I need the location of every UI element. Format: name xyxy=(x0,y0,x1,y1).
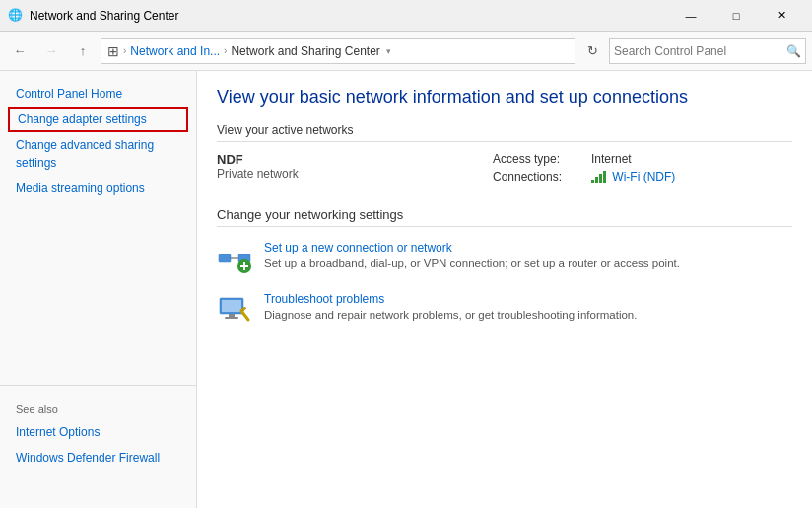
breadcrumb-bar: ⊞ › Network and In... › Network and Shar… xyxy=(101,38,575,64)
close-button[interactable]: ✕ xyxy=(759,0,804,32)
up-button[interactable]: ↑ xyxy=(69,37,97,65)
troubleshoot-icon xyxy=(217,292,252,327)
breadcrumb-current: Network and Sharing Center xyxy=(231,44,379,58)
change-settings-title: Change your networking settings xyxy=(217,207,792,227)
new-connection-link[interactable]: Set up a new connection or network xyxy=(264,241,680,254)
breadcrumb-sep-1: › xyxy=(123,45,126,56)
back-button[interactable]: ← xyxy=(6,37,34,65)
network-name-col: NDF Private network xyxy=(217,152,493,181)
title-bar-controls: — □ ✕ xyxy=(668,0,804,32)
svg-rect-0 xyxy=(219,254,231,262)
search-icon[interactable]: 🔍 xyxy=(786,44,801,58)
connections-row: Connections: Wi-Fi (NDF) xyxy=(493,170,792,183)
svg-rect-9 xyxy=(225,317,238,319)
sidebar-item-control-panel-home[interactable]: Control Panel Home xyxy=(0,81,196,107)
wifi-bar-2 xyxy=(595,177,598,183)
new-connection-icon xyxy=(217,241,252,276)
page-title: View your basic network information and … xyxy=(217,87,792,108)
wifi-signal-icon xyxy=(591,171,606,183)
access-type-value: Internet xyxy=(591,152,632,166)
content-area: View your basic network information and … xyxy=(197,71,812,508)
new-connection-text: Set up a new connection or network Set u… xyxy=(264,241,680,270)
network-info: NDF Private network Access type: Interne… xyxy=(217,152,792,187)
search-input[interactable] xyxy=(614,44,786,58)
access-type-label: Access type: xyxy=(493,152,581,166)
sidebar-item-change-adapter-settings[interactable]: Change adapter settings xyxy=(8,107,188,132)
wifi-bar-1 xyxy=(591,180,594,183)
sidebar-item-internet-options[interactable]: Internet Options xyxy=(0,419,196,445)
connections-label: Connections: xyxy=(493,170,581,183)
sidebar-divider xyxy=(0,385,196,386)
network-access-col: Access type: Internet Connections: Wi-Fi… xyxy=(493,152,792,187)
maximize-button[interactable]: □ xyxy=(713,0,759,32)
new-connection-desc: Set up a broadband, dial-up, or VPN conn… xyxy=(264,257,680,269)
search-box: 🔍 xyxy=(609,38,806,64)
wifi-connection-link[interactable]: Wi-Fi (NDF) xyxy=(612,170,675,183)
title-bar-icon: 🌐 xyxy=(8,8,24,24)
svg-rect-7 xyxy=(222,300,241,312)
svg-line-10 xyxy=(241,311,248,320)
setting-new-connection: Set up a new connection or network Set u… xyxy=(217,241,792,276)
breadcrumb-link-1[interactable]: Network and In... xyxy=(130,44,220,58)
main-layout: Control Panel Home Change adapter settin… xyxy=(0,71,812,508)
sidebar: Control Panel Home Change adapter settin… xyxy=(0,71,197,508)
sidebar-item-windows-defender-firewall[interactable]: Windows Defender Firewall xyxy=(0,445,196,471)
wifi-bar-3 xyxy=(599,174,602,183)
minimize-button[interactable]: — xyxy=(668,0,713,32)
active-networks-title: View your active networks xyxy=(217,123,792,142)
troubleshoot-text: Troubleshoot problems Diagnose and repai… xyxy=(264,292,637,322)
breadcrumb-icon: ⊞ xyxy=(107,43,119,59)
see-also-label: See also xyxy=(0,392,196,419)
svg-rect-8 xyxy=(229,314,235,317)
access-type-row: Access type: Internet xyxy=(493,152,792,166)
setting-troubleshoot: Troubleshoot problems Diagnose and repai… xyxy=(217,292,792,327)
sidebar-item-change-advanced-sharing[interactable]: Change advanced sharing settings xyxy=(0,132,196,176)
troubleshoot-desc: Diagnose and repair network problems, or… xyxy=(264,309,637,321)
wifi-bar-4 xyxy=(603,171,606,183)
sidebar-item-media-streaming[interactable]: Media streaming options xyxy=(0,176,196,201)
breadcrumb-dropdown-icon[interactable]: ▾ xyxy=(386,46,391,56)
forward-button[interactable]: → xyxy=(37,37,65,65)
connections-value: Wi-Fi (NDF) xyxy=(591,170,675,183)
troubleshoot-link[interactable]: Troubleshoot problems xyxy=(264,292,637,306)
title-bar: 🌐 Network and Sharing Center — □ ✕ xyxy=(0,0,812,32)
title-bar-title: Network and Sharing Center xyxy=(30,9,668,23)
refresh-button[interactable]: ↻ xyxy=(579,38,605,64)
network-type: Private network xyxy=(217,167,493,181)
breadcrumb-sep-2: › xyxy=(224,45,227,56)
network-name: NDF xyxy=(217,152,493,167)
address-bar: ← → ↑ ⊞ › Network and In... › Network an… xyxy=(0,32,812,71)
